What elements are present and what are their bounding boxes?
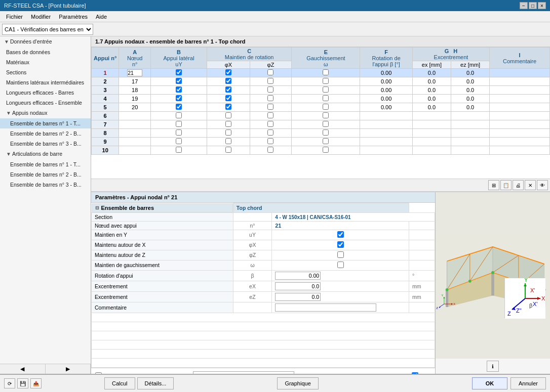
- minus-icon: ⊟: [95, 205, 99, 210]
- tout-checkbox[interactable]: [412, 372, 418, 374]
- sidebar-scroll-area: ▼Données d'entrée Bases de données Matér…: [0, 36, 91, 364]
- sidebar-item-donnees[interactable]: ▼Données d'entrée: [0, 36, 91, 47]
- param-ez-input[interactable]: [275, 293, 321, 301]
- content-header: 1.7 Appuis nodaux - ensemble de barres n…: [91, 36, 550, 47]
- sidebar-item-sections[interactable]: Sections: [0, 67, 91, 77]
- sidebar-item-appuis-2[interactable]: Ensemble de barres n° 2 - B...: [0, 128, 91, 139]
- sidebar-item-appuis-3[interactable]: Ensemble de barres n° 3 - B...: [0, 139, 91, 149]
- param-beta-input[interactable]: [275, 272, 321, 280]
- export-icon-btn[interactable]: 📋: [500, 180, 512, 190]
- table-row[interactable]: 5200.000.00.0: [92, 103, 550, 112]
- content-area: 1.7 Appuis nodaux - ensemble de barres n…: [91, 36, 550, 374]
- maximize-button[interactable]: □: [529, 2, 537, 9]
- table-row[interactable]: 10.000.00.0: [92, 69, 550, 77]
- svg-text:Z: Z: [436, 306, 438, 310]
- axes-svg: X Y Z X' X' Z'': [505, 278, 545, 319]
- param-ex-input[interactable]: [275, 282, 321, 290]
- params-row-beta: Rotation d'appui β °: [92, 270, 435, 281]
- menu-modifier[interactable]: Modifier: [27, 13, 55, 21]
- sidebar-prev-btn[interactable]: ◀: [0, 364, 46, 374]
- sidebar-item-bases[interactable]: Bases de données: [0, 47, 91, 57]
- sidebar-item-artic-1[interactable]: Ensemble de barres n° 1 - T...: [0, 159, 91, 169]
- footer-bar: ⟳ 💾 📤 Calcul Détails... Graphique OK Ann…: [0, 374, 550, 392]
- close-button[interactable]: ×: [538, 2, 546, 9]
- expand-icon: ▼: [4, 39, 9, 45]
- sidebar: ▼Données d'entrée Bases de données Matér…: [0, 36, 91, 374]
- table-row[interactable]: 3180.000.00.0: [92, 86, 550, 95]
- table-row[interactable]: 6: [92, 112, 550, 120]
- sidebar-item-materiaux[interactable]: Matériaux: [0, 57, 91, 67]
- param-uY-check[interactable]: [337, 231, 344, 238]
- details-button[interactable]: Détails...: [137, 377, 174, 389]
- params-panel: Paramètres - Appui nodal n° 21 ⊟ Ensembl…: [91, 192, 436, 374]
- menu-bar: Fichier Modifier Paramètres Aide: [0, 11, 550, 22]
- calcul-button[interactable]: Calcul: [104, 377, 135, 389]
- table-row[interactable]: 8: [92, 129, 550, 138]
- sidebar-next-btn[interactable]: ▶: [46, 364, 91, 374]
- case-select[interactable]: CA1 - Vérification des barres en ...: [2, 24, 93, 35]
- params-row-uY: Maintien en Y uY: [92, 230, 435, 240]
- svg-point-20: [468, 280, 472, 283]
- param-omega-check[interactable]: [337, 262, 344, 268]
- svg-rect-15: [492, 273, 494, 295]
- print-icon-btn[interactable]: 🖨: [513, 180, 524, 190]
- appuis-input[interactable]: [193, 371, 294, 374]
- expand-appuis-icon: ▼: [6, 110, 11, 116]
- svg-text:X': X': [533, 301, 537, 307]
- footer-icon-3[interactable]: 📤: [30, 378, 42, 388]
- menu-parametres[interactable]: Paramètres: [55, 13, 92, 21]
- sidebar-item-articulations[interactable]: ▼Articulations de barre: [0, 149, 91, 159]
- toolbar: CA1 - Vérification des barres en ...: [0, 22, 550, 36]
- app-title: RF-STEEL CSA - [Pont tubulaire]: [4, 3, 86, 9]
- params-empty-4: [92, 340, 435, 349]
- params-header: Paramètres - Appui nodal n° 21: [91, 192, 435, 203]
- graphique-button[interactable]: Graphique: [277, 377, 318, 389]
- table-row[interactable]: 7: [92, 120, 550, 129]
- sidebar-item-appuis[interactable]: ▼Appuis nodaux: [0, 108, 91, 118]
- col-h1: ez [mm]: [451, 61, 489, 69]
- param-comment-input[interactable]: [275, 303, 376, 312]
- menu-fichier[interactable]: Fichier: [2, 13, 27, 21]
- preview-footer: ℹ: [436, 359, 550, 374]
- table-row[interactable]: 9: [92, 138, 550, 146]
- sidebar-item-artic-2[interactable]: Ensemble de barres n° 2 - B...: [0, 169, 91, 180]
- params-section-ensemble: ⊟ Ensemble de barres Top chord: [92, 203, 435, 213]
- table-row[interactable]: 2170.000.00.0: [92, 77, 550, 86]
- sidebar-item-longueurs-ensemble[interactable]: Longueurs efficaces - Ensemble: [0, 98, 91, 108]
- col-i: ICommentaire: [490, 48, 550, 69]
- sidebar-item-longueurs-barres[interactable]: Longueurs efficaces - Barres: [0, 88, 91, 98]
- ok-button[interactable]: OK: [472, 377, 507, 389]
- svg-rect-14: [446, 290, 448, 307]
- footer-icon-1[interactable]: ⟳: [4, 378, 15, 388]
- bottom-panel: Paramètres - Appui nodal n° 21 ⊟ Ensembl…: [91, 192, 550, 374]
- define-input-check[interactable]: [95, 372, 102, 374]
- section-sym: [233, 212, 271, 221]
- title-bar-controls: − □ ×: [520, 2, 546, 9]
- svg-text:β: β: [529, 302, 532, 309]
- table-area[interactable]: Appui n° ANœudn° BAppui latéraluY CMaint…: [91, 47, 550, 179]
- annuler-button[interactable]: Annuler: [510, 377, 546, 389]
- title-bar: RF-STEEL CSA - [Pont tubulaire] − □ ×: [0, 0, 550, 11]
- col-empty: Appui n°: [92, 48, 119, 69]
- table-row[interactable]: 4190.000.00.0: [92, 95, 550, 103]
- 3d-preview-svg: X Y Z: [436, 192, 550, 359]
- param-phiZ-check[interactable]: [337, 251, 344, 258]
- params-row-noeud: Nœud avec appui n° 21: [92, 221, 435, 230]
- table-row[interactable]: 10: [92, 146, 550, 155]
- minimize-button[interactable]: −: [520, 2, 528, 9]
- define-input-label: Définir l'entrée pour les appuis n° :: [95, 372, 189, 374]
- info-button[interactable]: ℹ: [487, 361, 499, 372]
- svg-text:Z: Z: [507, 311, 511, 317]
- sidebar-item-maintiens[interactable]: Maintiens latéraux intermédiaires: [0, 77, 91, 88]
- view-icon-btn[interactable]: 👁: [537, 180, 548, 190]
- sidebar-item-artic-3[interactable]: Ensemble de barres n° 3 - B...: [0, 180, 91, 190]
- sidebar-item-appuis-1[interactable]: Ensemble de barres n° 1 - T...: [0, 118, 91, 128]
- param-phiX-check[interactable]: [337, 241, 344, 248]
- expand-artic-icon: ▼: [6, 151, 11, 157]
- footer-icon-2[interactable]: 💾: [17, 378, 28, 388]
- filter-icon-btn[interactable]: ⊞: [488, 180, 499, 190]
- delete-icon-btn[interactable]: ✕: [525, 180, 536, 190]
- params-empty-5: [92, 349, 435, 358]
- preview-panel: X Y Z: [436, 192, 550, 374]
- menu-aide[interactable]: Aide: [92, 13, 111, 21]
